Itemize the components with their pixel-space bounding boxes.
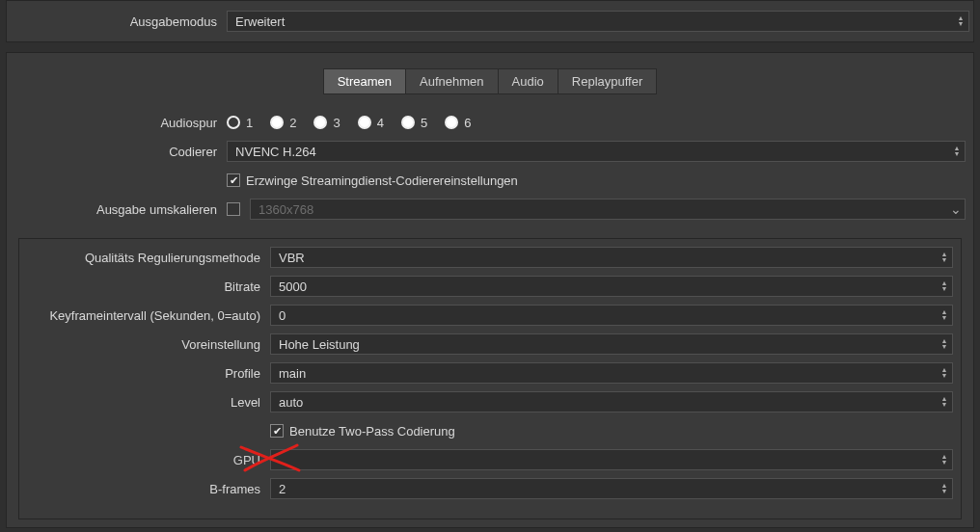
output-tabs: Streamen Aufnehmen Audio Replaypuffer [7,68,973,94]
audiotrack-4[interactable]: 4 [358,116,384,130]
audiotrack-5[interactable]: 5 [401,116,427,130]
twopass-label: Benutze Two-Pass Codierung [289,424,455,439]
updown-icon [937,367,952,379]
audiotrack-2[interactable]: 2 [270,116,296,130]
rescale-value: 1360x768 [251,202,947,217]
audiotrack-1[interactable]: 1 [227,116,253,130]
keyint-row: Keyframeintervall (Sekunden, 0=auto) 0 [19,301,961,330]
encoder-row: Codierer NVENC H.264 [7,137,973,166]
twopass-row: Benutze Two-Pass Codierung [19,416,961,445]
updown-icon [953,15,968,27]
ratectrl-row: Qualitäts Regulierungsmethode VBR [19,243,961,272]
ratectrl-value: VBR [271,251,937,265]
gpu-label: GPU [19,453,270,467]
profile-row: Profile main [19,359,961,387]
settings-window: Ausgabemodus Erweitert Streamen Aufnehme… [0,0,980,532]
audiotrack-label: Audiospur [7,116,227,130]
profile-label: Profile [19,366,270,381]
gpu-row: GPU [19,445,961,474]
updown-icon [937,454,952,466]
chevron-down-icon [947,204,965,214]
updown-icon [937,396,952,408]
profile-select[interactable]: main [270,362,953,384]
gpu-input[interactable] [270,449,953,470]
updown-icon [937,309,952,321]
tab-audio[interactable]: Audio [499,68,558,94]
keyint-label: Keyframeintervall (Sekunden, 0=auto) [19,308,270,323]
output-mode-select[interactable]: Erweitert [227,11,969,32]
encoder-settings-panel: Qualitäts Regulierungsmethode VBR Bitrat… [18,238,962,519]
preset-select[interactable]: Hohe Leistung [270,333,953,355]
audiotrack-3[interactable]: 3 [313,116,340,130]
bitrate-row: Bitrate 5000 [19,272,961,301]
profile-value: main [271,366,937,381]
rescale-select[interactable]: 1360x768 [250,199,966,220]
preset-row: Voreinstellung Hohe Leistung [19,330,961,359]
check-icon [270,424,284,438]
tab-streaming[interactable]: Streamen [323,68,406,94]
bframes-row: B-frames 2 [19,474,961,503]
level-label: Level [19,395,270,410]
keyint-value: 0 [271,308,937,323]
updown-icon [937,483,952,494]
preset-label: Voreinstellung [19,337,270,352]
encoder-select[interactable]: NVENC H.264 [227,141,966,162]
level-row: Level auto [19,387,961,416]
audiotrack-6[interactable]: 6 [445,116,471,130]
output-mode-value: Erweitert [228,14,953,29]
enforce-row: Erzwinge Streamingdienst-Codierereinstel… [7,166,973,195]
updown-icon [937,252,952,263]
twopass-checkbox[interactable]: Benutze Two-Pass Codierung [270,424,455,439]
keyint-input[interactable]: 0 [270,305,953,326]
bframes-value: 2 [271,482,937,496]
encoder-value: NVENC H.264 [228,145,949,159]
bframes-label: B-frames [19,482,270,496]
bitrate-input[interactable]: 5000 [270,276,953,297]
enforce-label: Erzwinge Streamingdienst-Codierereinstel… [246,173,518,188]
output-main-panel: Streamen Aufnehmen Audio Replaypuffer Au… [6,52,974,528]
level-select[interactable]: auto [270,391,953,412]
preset-value: Hohe Leistung [271,337,937,352]
check-icon [227,173,240,187]
bitrate-value: 5000 [271,279,937,294]
updown-icon [937,338,952,350]
rescale-label: Ausgabe umskalieren [7,202,227,217]
rescale-checkbox[interactable] [227,202,240,216]
audiotrack-row: Audiospur 1 2 3 4 5 6 [7,108,973,137]
ratectrl-label: Qualitäts Regulierungsmethode [19,251,270,265]
rescale-row: Ausgabe umskalieren 1360x768 [7,195,973,224]
bframes-input[interactable]: 2 [270,478,953,499]
level-value: auto [271,395,937,410]
output-mode-panel: Ausgabemodus Erweitert [6,0,974,42]
enforce-checkbox[interactable]: Erzwinge Streamingdienst-Codierereinstel… [227,173,518,188]
audiotrack-radios: 1 2 3 4 5 6 [227,116,471,130]
encoder-label: Codierer [7,145,227,159]
bitrate-label: Bitrate [19,279,270,294]
ratectrl-select[interactable]: VBR [270,247,953,268]
tab-replaybuffer[interactable]: Replaypuffer [558,68,657,94]
tab-recording[interactable]: Aufnehmen [406,68,499,94]
output-mode-label: Ausgabemodus [7,14,227,29]
updown-icon [949,146,965,157]
updown-icon [937,280,952,292]
